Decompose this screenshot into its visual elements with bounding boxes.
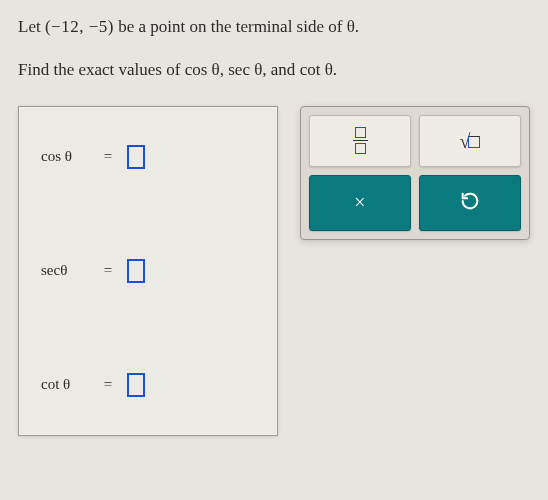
undo-icon (459, 190, 481, 216)
answer-panel: cos θ = secθ = cot θ = (18, 106, 278, 436)
equals-sign: = (99, 262, 117, 279)
text-suffix: be a point on the terminal side of (114, 17, 347, 36)
sqrt-button[interactable]: √ (419, 115, 521, 167)
answer-row-cos: cos θ = (41, 145, 255, 169)
equals-sign: = (99, 376, 117, 393)
instruction-text: Find the exact values of (18, 60, 185, 79)
problem-line-2: Find the exact values of cos θ, sec θ, a… (18, 60, 530, 80)
input-cos[interactable] (127, 145, 145, 169)
point-value: (−12, −5) (45, 17, 114, 36)
comma1: , (220, 60, 229, 79)
fraction-icon (353, 127, 368, 155)
answer-row-sec: secθ = (41, 259, 255, 283)
content-area: cos θ = secθ = cot θ = (18, 106, 530, 436)
func-sec: sec θ (228, 60, 262, 79)
times-icon: × (354, 191, 365, 214)
problem-line-1: Let (−12, −5) be a point on the terminal… (18, 14, 530, 40)
input-cot[interactable] (127, 373, 145, 397)
tool-row-1: √ (309, 115, 521, 167)
period: . (355, 17, 359, 36)
tool-panel: √ × (300, 106, 530, 240)
equals-sign: = (99, 148, 117, 165)
func-cot: cot θ (300, 60, 333, 79)
theta-symbol: θ (347, 17, 355, 36)
period2: . (333, 60, 337, 79)
clear-button[interactable]: × (309, 175, 411, 231)
fraction-button[interactable] (309, 115, 411, 167)
sqrt-icon: √ (460, 131, 481, 151)
and-text: , and (262, 60, 299, 79)
undo-button[interactable] (419, 175, 521, 231)
label-sec: secθ (41, 262, 89, 279)
tool-row-2: × (309, 175, 521, 231)
answer-row-cot: cot θ = (41, 373, 255, 397)
label-cot: cot θ (41, 376, 89, 393)
func-cos: cos θ (185, 60, 220, 79)
input-sec[interactable] (127, 259, 145, 283)
text-prefix: Let (18, 17, 45, 36)
label-cos: cos θ (41, 148, 89, 165)
